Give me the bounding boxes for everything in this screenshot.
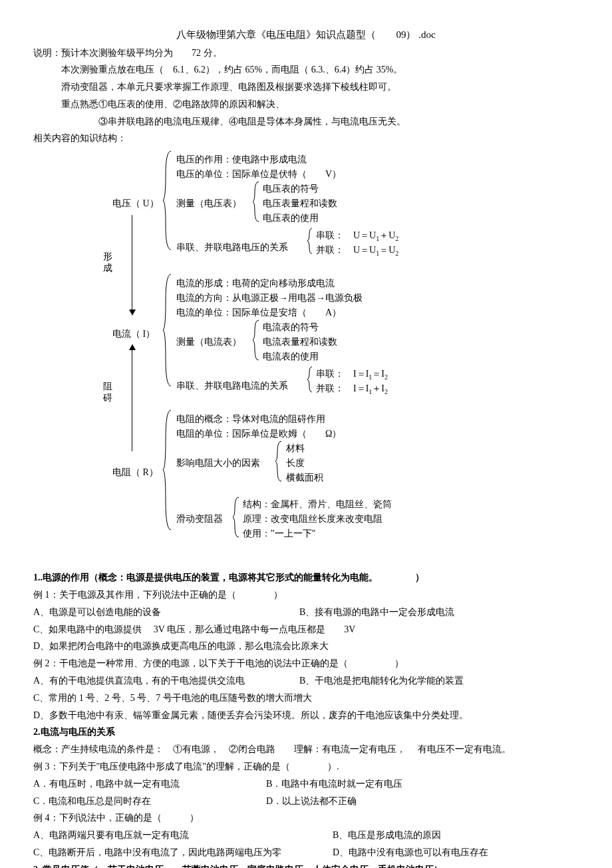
current-label: 电流（ I）: [112, 326, 155, 342]
intro-line-2: 本次测验重点放在电压（ 6.1、6.2），约占 65%，而电阻（ 6.3.、6.…: [61, 62, 579, 78]
form-label: 形成: [103, 252, 112, 274]
ammeter-range: 电流表量程和读数: [263, 334, 337, 350]
brace-icon: [306, 226, 314, 256]
q1e2-option-d: D、多数干电池中有汞、镉等重金属元素，随便丢弃会污染环境。所以，废弃的干电池应该…: [33, 708, 579, 724]
structure-heading: 相关内容的知识结构：: [33, 130, 579, 146]
q1-option-c: C、如果电路中的电源提供 3V 电压，那么通过电路中每一点电压都是 3V: [33, 622, 579, 638]
current-formation: 电流的形成：电荷的定向移动形成电流: [176, 276, 335, 292]
q2-concept: 概念：产生持续电流的条件是： ①有电源， ②闭合电路 理解：有电流一定有电压， …: [33, 742, 579, 758]
block-label: 阻碍: [103, 381, 112, 404]
q1e2-option-c: C、常用的 1 号、2 号、5 号、7 号干电池的电压随号数的增大而增大: [33, 690, 579, 706]
voltmeter-range: 电压表量程和读数: [263, 196, 337, 212]
q1-heading: 1..电源的作用（概念：电源是提供电压的装置，电源将其它形式的能量转化为电能。 …: [33, 570, 579, 586]
ammeter-symbol: 电流表的符号: [263, 320, 319, 335]
voltage-parallel: 并联： U＝U1＝U2: [316, 242, 398, 259]
q2-heading: 2.电流与电压的关系: [33, 724, 579, 740]
rheostat-label: 滑动变阻器: [176, 511, 223, 527]
example-2: 例 2：干电池是一种常用、方便的电源，以下关于干电池的说法中正确的是（ ）: [33, 656, 579, 672]
example-1: 例 1：关于电源及其作用，下列说法中正确的是（ ）: [33, 587, 579, 603]
voltmeter-symbol: 电压表的符号: [263, 181, 319, 197]
resistance-concept: 电阻的概念：导体对电流的阻碍作用: [176, 411, 325, 427]
brace-icon: [274, 439, 283, 483]
q2-options-ab: A．有电压时，电路中就一定有电流B．电路中有电流时就一定有电压: [33, 776, 579, 792]
arrow-up-icon: [132, 345, 132, 451]
brace-icon: [231, 495, 241, 539]
q2e4-options-ab: A、电路两端只要有电压就一定有电流B、电压是形成电流的原因: [33, 827, 579, 843]
voltage-measure: 测量（电压表）: [176, 196, 241, 212]
resistance-unit: 电阻的单位：国际单位是欧姆（ Ω）: [176, 426, 341, 442]
example-4: 例 4：下列说法中，正确的是（ ）: [33, 810, 579, 826]
doc-title: 八年级物理第六章《电压电阻》知识点题型（ 09） .doc: [33, 27, 579, 44]
q2e4-options-cd: C、电路断开后，电路中没有电流了，因此电路两端电压为零D、电路中没有电源也可以有…: [33, 845, 579, 861]
intro-line-3: 滑动变阻器，本单元只要求掌握工作原理、电路图及根据要求选择下棱线柱即可。: [61, 79, 579, 95]
brace-icon: [162, 148, 174, 255]
resistance-label: 电阻（ R）: [112, 465, 158, 481]
intro-line-1: 说明：预计本次测验年级平均分为 72 分。: [33, 45, 579, 61]
rheostat-structure: 结构：金属杆、滑片、电阻丝、瓷筒: [243, 497, 392, 513]
rheostat-usage: 使用："一上一下": [243, 526, 315, 542]
brace-icon: [162, 407, 174, 534]
current-relation: 串联、并联电路电流的关系: [176, 378, 288, 394]
current-parallel: 并联： I＝I1＋I2: [316, 381, 388, 397]
q1-option-d: D、如果把闭合电路中的电源换成更高电压的电源，那么电流会比原来大: [33, 638, 579, 654]
q2-options-cd: C．电流和电压总是同时存在D．以上说法都不正确: [33, 793, 579, 809]
factor-length: 长度: [286, 455, 305, 471]
intro-line-5: ③串并联电路的电流电压规律、④电阻是导体本身属性，与电流电压无关。: [98, 114, 579, 130]
factor-material: 材料: [286, 441, 305, 457]
brace-icon: [162, 272, 174, 391]
resistance-factors: 影响电阻大小的因素: [176, 455, 260, 471]
voltmeter-usage: 电压表的使用: [263, 210, 319, 226]
intro-line-4: 重点熟悉①电压表的使用、②电路故障的原因和解决、: [61, 97, 579, 112]
voltage-relation: 串联、并联电路电压的关系: [176, 240, 288, 256]
q1e2-options-ab: A、有的干电池提供直流电，有的干电池提供交流电B、干电池是把电能转化为化学能的装…: [33, 673, 579, 689]
current-measure: 测量（电流表）: [176, 334, 241, 350]
knowledge-structure-diagram: 电压（ U） 电压的作用：使电路中形成电流 电压的单位：国际单位是伏特（ V） …: [33, 152, 579, 564]
example-3: 例 3：下列关于"电压使电路中形成了电流"的理解，正确的是（ ）.: [33, 759, 579, 775]
current-direction: 电流的方向：从电源正极→用电器→电源负极: [176, 290, 363, 306]
ammeter-usage: 电流表的使用: [263, 349, 319, 365]
q3-heading: 3. 常见电压值（一节干电池电压、一节蓄电池电压、家庭电路电压、人体安全电压、手…: [33, 862, 579, 868]
voltage-label: 电压（ U）: [112, 196, 159, 212]
voltage-role: 电压的作用：使电路中形成电流: [176, 152, 307, 168]
rheostat-principle: 原理：改变电阻丝长度来改变电阻: [243, 511, 382, 527]
factor-area: 横截面积: [286, 470, 323, 486]
brace-icon: [251, 180, 261, 224]
arrow-down-icon: [132, 215, 132, 315]
q1-options-ab: A、电源是可以创造电能的设备B、接有电源的电路中一定会形成电流: [33, 604, 579, 620]
brace-icon: [306, 365, 314, 394]
brace-icon: [251, 318, 261, 362]
